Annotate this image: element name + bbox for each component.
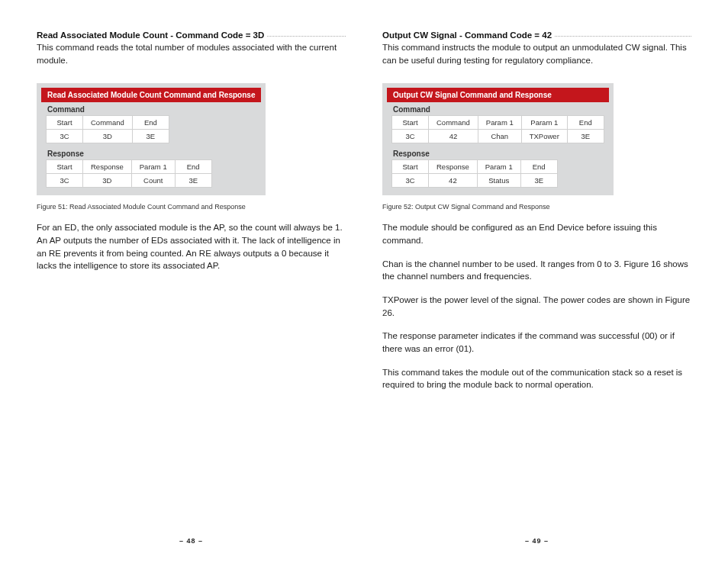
right-cmd-table: Start Command Param 1 Param 1 End 3C 42 … bbox=[391, 115, 604, 143]
left-table-title: Read Associated Module Count Command and… bbox=[41, 88, 261, 102]
right-page: Output CW Signal - Command Code = 42 Thi… bbox=[382, 31, 691, 548]
cell: 3D bbox=[83, 130, 133, 143]
left-caption: Figure 51: Read Associated Module Count … bbox=[37, 203, 346, 211]
left-p1: For an ED, the only associated module is… bbox=[37, 221, 346, 272]
cell: Start bbox=[47, 116, 83, 130]
cell: 3C bbox=[392, 174, 429, 188]
left-resp-table: Start Response Param 1 End 3C 3D Count 3… bbox=[46, 159, 212, 188]
table-row: 3C 42 Chan TXPower 3E bbox=[392, 130, 604, 143]
cell: 3D bbox=[83, 174, 132, 188]
right-p5: This command takes the module out of the… bbox=[382, 366, 691, 391]
table-row: 3C 3D Count 3E bbox=[47, 174, 212, 188]
cell: Count bbox=[131, 174, 175, 188]
right-intro: This command instructs the module to out… bbox=[382, 41, 691, 66]
left-cmd-label: Command bbox=[41, 102, 261, 115]
cell: Start bbox=[392, 116, 429, 130]
right-page-number: – 49 – bbox=[382, 537, 691, 548]
cell: End bbox=[567, 116, 604, 130]
left-heading: Read Associated Module Count - Command C… bbox=[37, 31, 264, 40]
left-cmd-table: Start Command End 3C 3D 3E bbox=[46, 115, 169, 143]
right-p4: The response parameter indicates if the … bbox=[382, 330, 691, 355]
cell: 3C bbox=[47, 174, 83, 188]
cell: 42 bbox=[429, 174, 478, 188]
cell: TXPower bbox=[521, 130, 567, 143]
left-page-number: – 48 – bbox=[37, 537, 346, 548]
table-row: Start Response Param 1 End bbox=[392, 160, 558, 174]
cell: 42 bbox=[429, 130, 478, 143]
cell: Command bbox=[83, 116, 133, 130]
right-heading-row: Output CW Signal - Command Code = 42 bbox=[382, 31, 691, 40]
right-resp-table: Start Response Param 1 End 3C 42 Status … bbox=[391, 159, 558, 188]
cell: Param 1 bbox=[478, 116, 521, 130]
right-caption: Figure 52: Output CW Signal Command and … bbox=[382, 203, 691, 211]
cell: Command bbox=[429, 116, 478, 130]
cell: Response bbox=[83, 160, 132, 174]
cell: Chan bbox=[478, 130, 521, 143]
dotted-leader bbox=[267, 36, 346, 37]
cell: End bbox=[132, 116, 169, 130]
cell: Status bbox=[477, 174, 520, 188]
cell: Start bbox=[392, 160, 429, 174]
cell: End bbox=[175, 160, 211, 174]
cell: Param 1 bbox=[131, 160, 175, 174]
table-row: 3C 42 Status 3E bbox=[392, 174, 558, 188]
right-cmd-label: Command bbox=[387, 102, 609, 115]
right-heading: Output CW Signal - Command Code = 42 bbox=[382, 31, 552, 40]
cell: End bbox=[520, 160, 557, 174]
right-p3: TXPower is the power level of the signal… bbox=[382, 294, 691, 319]
left-heading-row: Read Associated Module Count - Command C… bbox=[37, 31, 346, 40]
cell: Start bbox=[47, 160, 83, 174]
left-resp-label: Response bbox=[41, 146, 261, 159]
right-table-box: Output CW Signal Command and Response Co… bbox=[382, 83, 614, 195]
right-table-title: Output CW Signal Command and Response bbox=[387, 88, 609, 102]
cell: Param 1 bbox=[477, 160, 520, 174]
left-intro: This command reads the total number of m… bbox=[37, 41, 346, 66]
cell: 3E bbox=[567, 130, 604, 143]
right-p2: Chan is the channel number to be used. I… bbox=[382, 258, 691, 283]
dotted-leader bbox=[555, 36, 691, 37]
left-page: Read Associated Module Count - Command C… bbox=[37, 31, 346, 548]
cell: 3C bbox=[47, 130, 83, 143]
right-resp-label: Response bbox=[387, 146, 609, 159]
cell: 3E bbox=[520, 174, 557, 188]
table-row: 3C 3D 3E bbox=[47, 130, 169, 143]
cell: 3E bbox=[175, 174, 211, 188]
right-p1: The module should be configured as an En… bbox=[382, 221, 691, 246]
cell: 3E bbox=[132, 130, 169, 143]
cell: Param 1 bbox=[521, 116, 567, 130]
table-row: Start Command End bbox=[47, 116, 169, 130]
table-row: Start Response Param 1 End bbox=[47, 160, 212, 174]
left-table-box: Read Associated Module Count Command and… bbox=[37, 83, 266, 195]
cell: Response bbox=[429, 160, 478, 174]
table-row: Start Command Param 1 Param 1 End bbox=[392, 116, 604, 130]
cell: 3C bbox=[392, 130, 429, 143]
